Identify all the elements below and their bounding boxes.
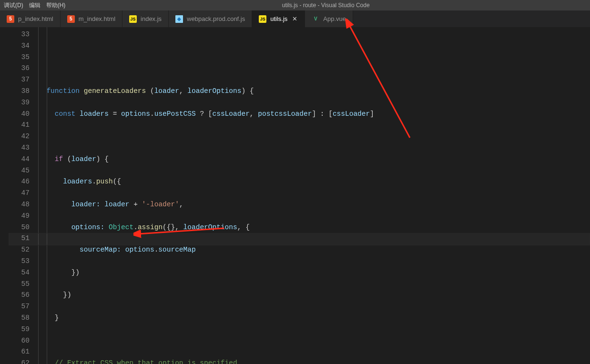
window-title: utils.js - route - Visual Studio Code bbox=[65, 2, 586, 9]
html-icon: 5 bbox=[67, 15, 75, 23]
tab-m-index-html[interactable]: 5 m_index.html bbox=[61, 10, 122, 27]
menu-bar: 调试(D) 编辑 帮助(H) bbox=[4, 1, 65, 10]
js-icon: JS bbox=[259, 15, 266, 23]
menu-item[interactable]: 编辑 bbox=[29, 1, 41, 10]
code-line bbox=[38, 335, 590, 347]
menu-item[interactable]: 调试(D) bbox=[4, 1, 23, 10]
code-line: }) bbox=[38, 290, 590, 301]
tab-app-vue[interactable]: V App.vue bbox=[305, 10, 353, 27]
code-line: function generateLoaders (loader, loader… bbox=[38, 86, 590, 97]
html-icon: 5 bbox=[7, 15, 14, 23]
tab-p-index-html[interactable]: 5 p_index.html bbox=[0, 10, 61, 27]
title-bar: 调试(D) 编辑 帮助(H) utils.js - route - Visual… bbox=[0, 0, 590, 10]
tab-label: m_index.html bbox=[79, 15, 115, 22]
indent-guide bbox=[38, 27, 39, 364]
code-line: loaders.push({ bbox=[38, 176, 590, 188]
tab-utils-js[interactable]: JS utils.js ✕ bbox=[252, 10, 305, 27]
close-icon[interactable]: ✕ bbox=[291, 15, 298, 22]
code-line bbox=[38, 131, 590, 142]
tab-label: utils.js bbox=[270, 15, 287, 22]
js-icon: JS bbox=[129, 15, 137, 23]
line-numbers: 3334353637383940414243444546474849505152… bbox=[0, 27, 38, 364]
code-line: const loaders = options.usePostCSS ? [cs… bbox=[38, 109, 590, 120]
code-line: } bbox=[38, 313, 590, 324]
code-line: }) bbox=[38, 267, 590, 279]
tab-label: webpack.prod.conf.js bbox=[187, 15, 245, 22]
code-line: // Extract CSS when that option is speci… bbox=[38, 358, 590, 364]
tab-label: p_index.html bbox=[18, 15, 53, 22]
code-line: if (loader) { bbox=[38, 154, 590, 165]
tab-bar: 5 p_index.html 5 m_index.html JS index.j… bbox=[0, 10, 590, 27]
tab-label: App.vue bbox=[323, 15, 346, 22]
code-line: options: Object.assign({}, loaderOptions… bbox=[38, 222, 590, 233]
webpack-icon: ◆ bbox=[175, 15, 183, 23]
menu-item[interactable]: 帮助(H) bbox=[46, 1, 66, 10]
tab-index-js[interactable]: JS index.js bbox=[122, 10, 169, 27]
code-line: sourceMap: options.sourceMap bbox=[38, 244, 590, 256]
code-line: loader: loader + '-loader', bbox=[38, 199, 590, 211]
vue-icon: V bbox=[312, 15, 319, 23]
code-area[interactable]: function generateLoaders (loader, loader… bbox=[38, 27, 590, 364]
tab-webpack-prod-conf-js[interactable]: ◆ webpack.prod.conf.js bbox=[169, 10, 252, 27]
indent-guide bbox=[47, 27, 47, 364]
active-line-highlight bbox=[9, 233, 590, 245]
editor[interactable]: 3334353637383940414243444546474849505152… bbox=[0, 27, 590, 364]
tab-label: index.js bbox=[141, 15, 162, 22]
